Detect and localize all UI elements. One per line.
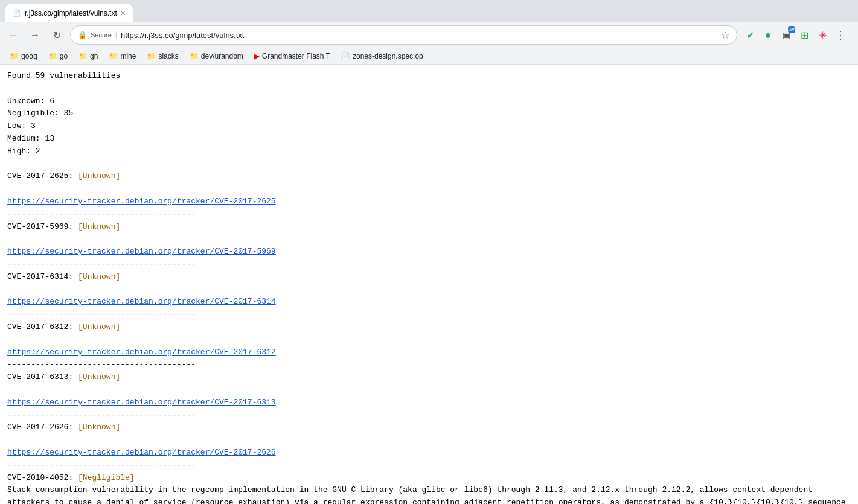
cve-link[interactable]: https://security-tracker.debian.org/trac… (7, 197, 276, 206)
vulnerabilities-text: Found 59 vulnerabilities Unknown: 6 Negl… (7, 70, 851, 504)
bookmark-label: Grandmaster Flash T (262, 52, 330, 60)
bookmark-label: go (60, 52, 68, 60)
tab-close-button[interactable]: × (121, 8, 126, 18)
bookmarks-bar: 📁 goog 📁 go 📁 gh 📁 mine 📁 slacks 📁 dev/u… (0, 48, 858, 65)
cve-severity: [Unknown] (78, 322, 120, 331)
bookmark-gh[interactable]: 📁 gh (74, 50, 103, 62)
cve-severity: [Unknown] (78, 171, 120, 180)
cve-link[interactable]: https://security-tracker.debian.org/trac… (7, 297, 276, 306)
folder-icon: 📁 (10, 52, 19, 60)
secure-label: Secure (91, 31, 112, 39)
folder-icon: 📁 (78, 52, 88, 60)
cve-link[interactable]: https://security-tracker.debian.org/trac… (7, 348, 276, 357)
cve-severity: [Unknown] (78, 423, 120, 432)
folder-icon: 📁 (109, 52, 118, 60)
bookmark-label: mine (120, 52, 136, 60)
cve-link[interactable]: https://security-tracker.debian.org/trac… (7, 448, 276, 457)
youtube-icon: ▶ (254, 52, 260, 60)
chrome-menu-button[interactable]: ⋮ (833, 26, 848, 44)
file-icon: 📄 (341, 52, 350, 60)
extension-shield-icon[interactable]: ✔ (742, 27, 758, 43)
extension-circle-icon[interactable]: ● (760, 27, 776, 43)
folder-icon: 📁 (147, 52, 156, 60)
bookmark-star-icon[interactable]: ☆ (721, 30, 729, 41)
bookmark-label: zones-design.spec.op (353, 52, 423, 60)
bookmark-mine[interactable]: 📁 mine (104, 50, 141, 62)
folder-icon: 📁 (190, 52, 199, 60)
page-content: Found 59 vulnerabilities Unknown: 6 Negl… (0, 65, 858, 504)
browser-chrome: 📄 r.j3ss.co/gimp/latest/vulns.txt × ← → … (0, 0, 858, 65)
cve-link[interactable]: https://security-tracker.debian.org/trac… (7, 247, 276, 256)
bookmark-devurandom[interactable]: 📁 dev/urandom (185, 50, 248, 62)
bookmark-grandmaster[interactable]: ▶ Grandmaster Flash T (249, 50, 335, 62)
bookmark-zones[interactable]: 📄 zones-design.spec.op (336, 50, 428, 62)
bookmark-label: gh (90, 52, 98, 60)
bookmark-label: dev/urandom (201, 52, 243, 60)
back-button[interactable]: ← (5, 27, 22, 43)
extension-kleki-icon[interactable]: ✳ (815, 27, 830, 43)
folder-icon: 📁 (48, 52, 57, 60)
extension-puzzle-icon[interactable]: ⊞ (796, 27, 812, 43)
forward-button[interactable]: → (27, 27, 43, 43)
reload-button[interactable]: ↻ (48, 27, 65, 43)
extension-badge-icon[interactable]: ▣ 19h (778, 27, 794, 43)
bookmark-label: slacks (158, 52, 178, 60)
secure-lock-icon: 🔒 (78, 31, 87, 39)
address-bar[interactable]: 🔒 Secure | ☆ (70, 25, 737, 45)
navigation-bar: ← → ↻ 🔒 Secure | ☆ ✔ ● ▣ 19h ⊞ ✳ ⋮ (0, 22, 858, 48)
extensions-area: ✔ ● ▣ 19h ⊞ ✳ ⋮ (742, 26, 853, 44)
bookmark-label: goog (21, 52, 37, 60)
bookmark-go[interactable]: 📁 go (43, 50, 72, 62)
cve-link[interactable]: https://security-tracker.debian.org/trac… (7, 398, 276, 407)
active-tab[interactable]: 📄 r.j3ss.co/gimp/latest/vulns.txt × (5, 4, 133, 22)
cve-severity: [Unknown] (78, 272, 120, 281)
cve-severity: [Unknown] (78, 372, 120, 381)
url-input[interactable] (121, 31, 717, 40)
tabs-bar: 📄 r.j3ss.co/gimp/latest/vulns.txt × (0, 0, 858, 22)
cve-severity: [Negligible] (78, 473, 135, 482)
tab-favicon: 📄 (13, 9, 21, 17)
bookmark-goog[interactable]: 📁 goog (5, 50, 42, 62)
cve-severity: [Unknown] (78, 222, 120, 231)
tab-title: r.j3ss.co/gimp/latest/vulns.txt (25, 9, 117, 18)
bookmark-slacks[interactable]: 📁 slacks (142, 50, 183, 62)
